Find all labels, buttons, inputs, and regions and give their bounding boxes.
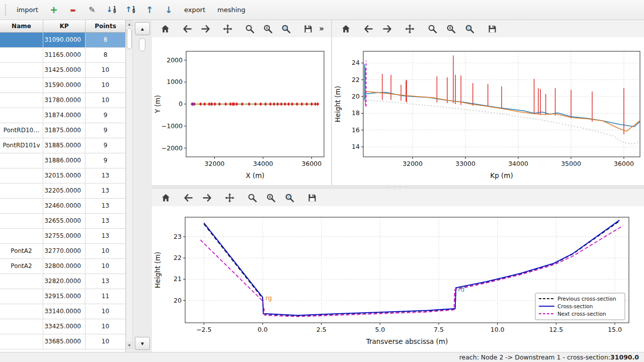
kp-cell[interactable]: 32205.0000 [43,184,86,198]
points-cell[interactable]: 13 [86,199,126,213]
import-button[interactable]: import [14,4,41,16]
scroll-up-icon[interactable]: ▲ [126,21,132,27]
zoom-info-icon[interactable] [263,191,278,205]
panel-scroll-up-button[interactable]: ▲ [135,22,150,35]
table-row[interactable]: 32755.000013 [0,229,125,244]
table-row[interactable]: 31874.00009 [0,108,125,123]
table-row[interactable]: 31425.000010 [0,63,125,78]
name-cell[interactable]: PontRD10… [0,123,43,138]
forward-icon[interactable] [379,22,394,36]
back-icon[interactable] [181,191,196,205]
kp-cell[interactable]: 31425.0000 [43,63,86,77]
table-row[interactable]: 31780.000010 [0,93,125,108]
name-cell[interactable] [0,108,43,123]
name-cell[interactable] [0,229,43,243]
forward-icon[interactable] [199,191,214,205]
points-cell[interactable]: 13 [86,214,126,228]
zoom-icon[interactable] [243,22,257,36]
zoom-select-icon[interactable] [462,22,477,36]
meshing-button[interactable]: meshing [214,4,249,16]
points-cell[interactable]: 10 [86,78,126,93]
kp-cell[interactable]: 31590.0000 [43,78,86,93]
points-cell[interactable]: 8 [86,48,126,62]
name-cell[interactable] [0,153,43,168]
home-icon[interactable] [158,22,173,36]
table-row[interactable]: 31165.00008 [0,48,125,63]
points-cell[interactable]: 13 [86,184,126,198]
table-row[interactable]: 31090.00008 [0,33,125,48]
table-row[interactable]: 32915.000011 [0,289,125,304]
kp-cell[interactable]: 32800.0000 [43,259,86,274]
table-row[interactable]: 33140.000010 [0,304,125,319]
kp-cell[interactable]: 32015.0000 [43,168,86,183]
name-cell[interactable] [0,48,43,62]
profile-plot[interactable]: 3200033000340003500036000141618202224Kp … [332,37,644,185]
kp-cell[interactable]: 33425.0000 [43,319,86,334]
pan-icon[interactable] [402,22,417,36]
name-cell[interactable] [0,168,43,183]
sort-ascending-icon[interactable]: ↑19 [124,4,137,17]
kp-cell[interactable]: 33140.0000 [43,304,86,319]
col-header-name[interactable]: Name [0,20,43,32]
points-cell[interactable]: 9 [86,108,126,123]
table-row[interactable]: 31886.00009 [0,153,125,168]
table-row[interactable]: 32655.000013 [0,214,125,229]
kp-cell[interactable]: 32755.0000 [43,229,86,243]
name-cell[interactable] [0,78,43,93]
kp-cell[interactable]: 31885.0000 [43,138,86,153]
points-cell[interactable]: 11 [86,289,126,304]
table-row[interactable]: PontA232770.000010 [0,244,125,259]
edit-section-icon[interactable]: ✎ [86,4,99,17]
toolbar-grip[interactable] [5,5,8,16]
name-cell[interactable] [0,199,43,213]
export-button[interactable]: export [181,4,208,16]
name-cell[interactable] [0,274,43,289]
zoom-info-icon[interactable] [261,22,275,36]
save-icon[interactable] [301,22,315,36]
name-cell[interactable]: PontRD101v [0,138,43,153]
name-cell[interactable] [0,289,43,304]
points-cell[interactable]: 10 [86,319,126,334]
home-icon[interactable] [158,191,173,205]
pan-icon[interactable] [222,191,237,205]
save-icon[interactable] [485,22,500,36]
points-cell[interactable]: 10 [86,63,126,77]
zoom-icon[interactable] [425,22,440,36]
plan-plot[interactable]: 320003400036000−2000−1000010002000X (m)Y… [152,37,331,185]
table-row[interactable]: 31590.000010 [0,78,125,93]
name-cell[interactable] [0,184,43,198]
move-up-icon[interactable]: ↑ [143,4,156,17]
kp-cell[interactable]: 31780.0000 [43,93,86,108]
pan-icon[interactable] [220,22,235,36]
table-row[interactable]: 32015.000013 [0,168,125,184]
table-row[interactable]: 33685.000010 [0,334,125,349]
kp-cell[interactable]: 32770.0000 [43,244,86,258]
name-cell[interactable] [0,334,43,349]
kp-cell[interactable]: 32655.0000 [43,214,86,228]
points-cell[interactable]: 10 [86,244,126,258]
kp-cell[interactable]: 31874.0000 [43,108,86,123]
points-cell[interactable]: 10 [86,304,126,319]
name-cell[interactable]: PontA2 [0,244,43,258]
zoom-info-icon[interactable] [443,22,458,36]
back-icon[interactable] [361,22,376,36]
kp-cell[interactable]: 32915.0000 [43,289,86,304]
table-row[interactable]: PontRD10…31875.00009 [0,123,125,138]
zoom-icon[interactable] [245,191,260,205]
table-row[interactable]: PontA232800.000010 [0,259,125,274]
points-cell[interactable]: 10 [86,259,126,274]
name-cell[interactable] [0,319,43,334]
name-cell[interactable] [0,304,43,319]
table-row[interactable]: PontRD101v31885.00009 [0,138,125,153]
scroll-down-icon[interactable]: ▼ [126,342,132,348]
zoom-select-icon[interactable] [282,191,297,205]
forward-icon[interactable] [198,22,213,36]
kp-cell[interactable]: 31886.0000 [43,153,86,168]
points-cell[interactable]: 13 [86,274,126,289]
col-header-points[interactable]: Points [86,20,126,32]
table-scrollbar-thumb[interactable] [127,28,132,49]
kp-cell[interactable]: 33685.0000 [43,334,86,349]
table-row[interactable]: 32460.000013 [0,199,125,214]
back-icon[interactable] [180,22,195,36]
table-row[interactable]: 32205.000013 [0,184,125,199]
